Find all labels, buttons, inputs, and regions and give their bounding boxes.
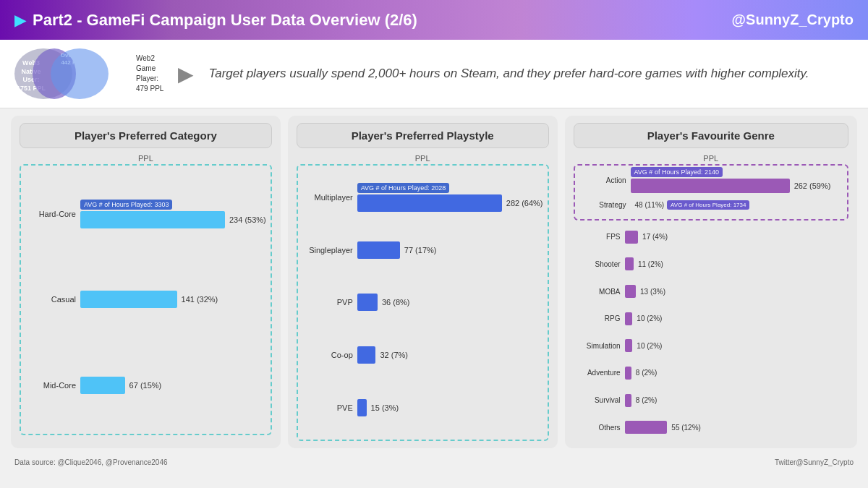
chart2-label-pve: PVE — [302, 403, 353, 412]
chart3-bar-row-strategy: Strategy 48 (11%) AVG # of Hours Played:… — [579, 194, 843, 215]
chart2-track-coop: 32 (7%) — [357, 345, 543, 365]
chart1-value-hardcore: 234 (53%) — [229, 215, 266, 224]
chart3-bar-row-survival: Survival 8 (2%) — [574, 390, 848, 411]
chart2-label-pvp: PVP — [302, 298, 353, 307]
chart2-bar-row-singleplayer: Singleplayer 77 (17%) — [302, 240, 543, 260]
chart3-label-survival: Survival — [574, 396, 621, 404]
chart1-highlight-box: Hard-Core AVG # of Hours Played: 3303 23… — [20, 164, 272, 435]
chart1-bar-midcore — [80, 377, 125, 394]
chart2-track-pve: 15 (3%) — [357, 398, 543, 418]
chart3-track-survival: 8 (2%) — [625, 390, 848, 411]
chart3-label-shooter: Shooter — [574, 260, 621, 268]
chart3-ppl-label: PPL — [574, 154, 848, 163]
chart3-bar-adventure — [625, 367, 631, 380]
chart2-track-singleplayer: 77 (17%) — [357, 240, 543, 260]
chart3-bar-fps — [625, 231, 639, 244]
chart3-label-action: Action — [579, 176, 626, 184]
chart1-label-hardcore: Hard-Core — [25, 210, 76, 218]
chart3-bar-simulation — [625, 339, 633, 352]
chart2-ppl-label: PPL — [297, 154, 549, 163]
chart3-value-rpg: 10 (2%) — [637, 314, 662, 322]
chart1-label-midcore: Mid-Core — [25, 381, 76, 390]
chart3-track-strategy: 48 (11%) AVG # of Hours Played: 1734 — [631, 194, 843, 215]
chart2-track-pvp: 36 (8%) — [357, 292, 543, 312]
chart3-track-shooter: 11 (2%) — [625, 254, 848, 274]
chart2-value-singleplayer: 77 (17%) — [404, 246, 437, 254]
venn-diagram-container: Web3NativeUser:1751 PPL Overlap:442 PPL … — [14, 48, 163, 99]
chart2-bar-pve — [357, 399, 367, 416]
chart3-label-fps: FPS — [574, 233, 621, 241]
chart2-bar-singleplayer — [357, 241, 400, 259]
chart3-bar-row-adventure: Adventure 8 (2%) — [574, 363, 848, 383]
chart3-avg-badge1: AVG # of Hours Played: 2140 — [631, 167, 723, 177]
chart3-value-strategy: 48 (11%) — [635, 201, 665, 209]
play-icon: ▶ — [14, 12, 25, 29]
chart1-avg-badge: AVG # of Hours Played: 3303 — [80, 200, 172, 210]
chart1-bar-hardcore — [80, 211, 225, 228]
chart3-label-rpg: RPG — [574, 314, 621, 322]
chart2-value-pve: 15 (3%) — [371, 403, 399, 412]
chart3-bar-survival — [625, 394, 631, 407]
intro-section: Web3NativeUser:1751 PPL Overlap:442 PPL … — [0, 40, 868, 108]
chart3-label-moba: MOBA — [574, 288, 621, 296]
chart3-track-moba: 13 (3%) — [625, 281, 848, 301]
chart3-label-simulation: Simulation — [574, 342, 621, 350]
chart3-bar-moba — [625, 285, 636, 298]
chart3-bar-row-fps: FPS 17 (4%) — [574, 227, 848, 247]
chart3-bar-shooter — [625, 257, 634, 270]
chart2-bar-coop — [357, 346, 376, 364]
chart-preferred-category: Player's Preferred Category PPL Hard-Cor… — [11, 116, 281, 448]
chart2-bar-row-pvp: PVP 36 (8%) — [302, 292, 543, 312]
chart3-track-simulation: 10 (2%) — [625, 335, 848, 356]
arrow-icon: ▶ — [178, 62, 194, 86]
chart2-highlight-box: Multiplayer AVG # of Hours Played: 2028 … — [297, 164, 549, 441]
chart3-bar-action — [631, 179, 790, 193]
chart2-track-multiplayer: AVG # of Hours Played: 2028 282 (64%) — [357, 187, 543, 207]
chart3-value-moba: 13 (3%) — [640, 288, 665, 296]
intro-description: Target players usually spend 2,000+ hour… — [208, 65, 809, 82]
chart2-value-multiplayer: 282 (64%) — [506, 199, 543, 207]
chart3-small-bars: FPS 17 (4%) Shooter 11 (2%) MOBA — [574, 223, 848, 441]
page-title: Part2 - GameFi Campaign User Data Overvi… — [33, 11, 417, 30]
chart3-track-action: AVG # of Hours Played: 2140 262 (59%) — [631, 170, 843, 190]
chart3-track-adventure: 8 (2%) — [625, 363, 848, 383]
chart2-bar-multiplayer — [357, 194, 502, 212]
chart1-track-casual: 141 (32%) — [80, 289, 266, 309]
footer-twitter: Twitter@SunnyZ_Crypto — [775, 458, 854, 466]
chart3-bar-rpg — [625, 312, 633, 325]
chart3-track-fps: 17 (4%) — [625, 227, 848, 247]
chart3-title: Player's Favourite Genre — [574, 123, 848, 148]
chart2-label-singleplayer: Singleplayer — [302, 246, 353, 254]
chart3-highlight-box: Action AVG # of Hours Played: 2140 262 (… — [574, 164, 848, 221]
chart1-bar-row-midcore: Mid-Core 67 (15%) — [25, 375, 266, 395]
chart1-track-midcore: 67 (15%) — [80, 375, 266, 395]
charts-area: Player's Preferred Category PPL Hard-Cor… — [0, 108, 868, 455]
chart2-avg-badge: AVG # of Hours Played: 2028 — [357, 183, 449, 193]
chart3-value-survival: 8 (2%) — [636, 396, 657, 404]
chart2-inner: PPL Multiplayer AVG # of Hours Played: 2… — [297, 154, 549, 441]
header-handle: @SunnyZ_Crypto — [732, 12, 854, 28]
chart3-bar-row-simulation: Simulation 10 (2%) — [574, 335, 848, 356]
chart1-track-hardcore: AVG # of Hours Played: 3303 234 (53%) — [80, 204, 266, 224]
chart1-bar-casual — [80, 291, 177, 308]
chart1-ppl-label: PPL — [20, 154, 272, 163]
chart3-bar-others — [625, 421, 668, 434]
chart1-value-casual: 141 (32%) — [182, 295, 218, 304]
chart2-bar-row-multiplayer: Multiplayer AVG # of Hours Played: 2028 … — [302, 187, 543, 207]
chart3-value-fps: 17 (4%) — [642, 233, 668, 241]
chart2-label-coop: Co-op — [302, 351, 353, 359]
footer-source: Data source: @Clique2046, @Provenance204… — [14, 458, 168, 466]
chart2-label-multiplayer: Multiplayer — [302, 193, 353, 202]
chart3-track-others: 55 (12%) — [625, 417, 848, 437]
venn-label-web2: Web2GamePlayer:479 PPL — [136, 53, 163, 94]
chart2-value-coop: 32 (7%) — [380, 351, 408, 359]
chart3-bar-row-shooter: Shooter 11 (2%) — [574, 254, 848, 274]
chart3-bar-row-rpg: RPG 10 (2%) — [574, 309, 848, 329]
chart2-value-pvp: 36 (8%) — [382, 298, 410, 307]
chart-preferred-playstyle: Player's Preferred Playstyle PPL Multipl… — [288, 116, 558, 448]
chart3-label-strategy: Strategy — [579, 201, 626, 209]
chart1-value-midcore: 67 (15%) — [129, 381, 162, 390]
chart3-inner: PPL Action AVG # of Hours Played: 2140 2 — [574, 154, 848, 441]
chart3-track-rpg: 10 (2%) — [625, 309, 848, 329]
chart3-bar-row-moba: MOBA 13 (3%) — [574, 281, 848, 301]
